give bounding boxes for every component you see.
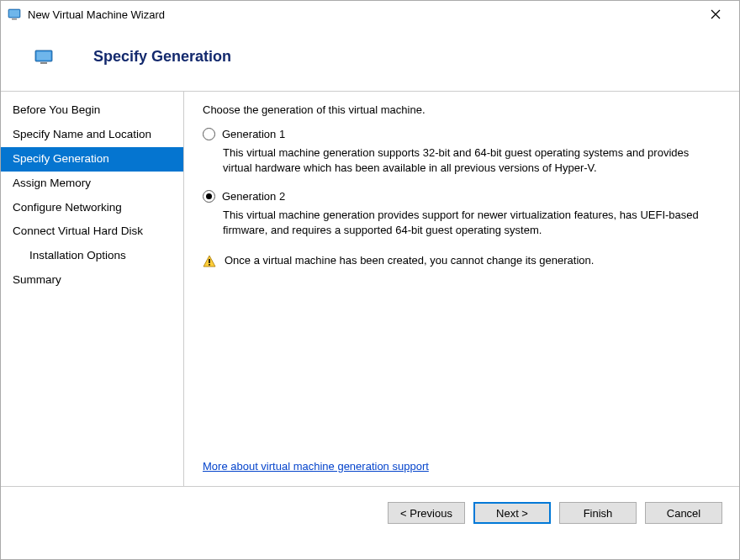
titlebar: New Virtual Machine Wizard xyxy=(1,1,739,28)
more-info-link[interactable]: More about virtual machine generation su… xyxy=(203,460,721,473)
svg-rect-6 xyxy=(37,51,51,60)
radio-generation-2[interactable] xyxy=(203,190,215,203)
svg-rect-7 xyxy=(40,62,47,64)
option-description: This virtual machine generation supports… xyxy=(223,145,721,175)
wizard-header: Specify Generation xyxy=(1,28,739,91)
svg-rect-9 xyxy=(209,259,210,263)
warning-icon xyxy=(203,255,216,268)
warning-note: Once a virtual machine has been created,… xyxy=(203,254,721,268)
option-label[interactable]: Generation 2 xyxy=(222,190,285,203)
wizard-body: Before You BeginSpecify Name and Locatio… xyxy=(1,91,739,486)
finish-button[interactable]: Finish xyxy=(559,502,637,524)
option-label[interactable]: Generation 1 xyxy=(222,128,285,140)
sidebar-item-specify-generation[interactable]: Specify Generation xyxy=(1,147,183,172)
app-icon xyxy=(8,8,21,21)
svg-rect-10 xyxy=(209,264,210,266)
sidebar-item-installation-options[interactable]: Installation Options xyxy=(1,244,183,268)
sidebar-item-specify-name-and-location[interactable]: Specify Name and Location xyxy=(1,123,183,147)
header-monitor-icon xyxy=(34,50,53,65)
window-title: New Virtual Machine Wizard xyxy=(28,8,699,21)
previous-button[interactable]: < Previous xyxy=(388,502,465,524)
generation-option-2: Generation 2This virtual machine generat… xyxy=(203,190,721,237)
next-button[interactable]: Next > xyxy=(473,502,551,524)
svg-rect-2 xyxy=(12,18,17,20)
warning-text: Once a virtual machine has been created,… xyxy=(225,254,594,267)
sidebar-item-configure-networking[interactable]: Configure Networking xyxy=(1,196,183,220)
sidebar-item-summary[interactable]: Summary xyxy=(1,268,183,293)
wizard-footer: < Previous Next > Finish Cancel xyxy=(1,486,739,539)
wizard-sidebar: Before You BeginSpecify Name and Locatio… xyxy=(1,92,184,486)
radio-generation-1[interactable] xyxy=(203,128,215,140)
close-button[interactable] xyxy=(699,1,732,28)
sidebar-item-connect-virtual-hard-disk[interactable]: Connect Virtual Hard Disk xyxy=(1,219,183,244)
generation-option-1: Generation 1This virtual machine generat… xyxy=(203,128,721,175)
instruction-text: Choose the generation of this virtual ma… xyxy=(203,103,721,116)
wizard-main: Choose the generation of this virtual ma… xyxy=(184,92,739,486)
option-description: This virtual machine generation provides… xyxy=(223,208,721,237)
sidebar-item-before-you-begin[interactable]: Before You Begin xyxy=(1,98,183,123)
page-title: Specify Generation xyxy=(93,48,231,66)
svg-rect-1 xyxy=(9,10,19,17)
cancel-button[interactable]: Cancel xyxy=(645,502,722,524)
sidebar-item-assign-memory[interactable]: Assign Memory xyxy=(1,172,183,196)
close-icon xyxy=(711,9,721,19)
